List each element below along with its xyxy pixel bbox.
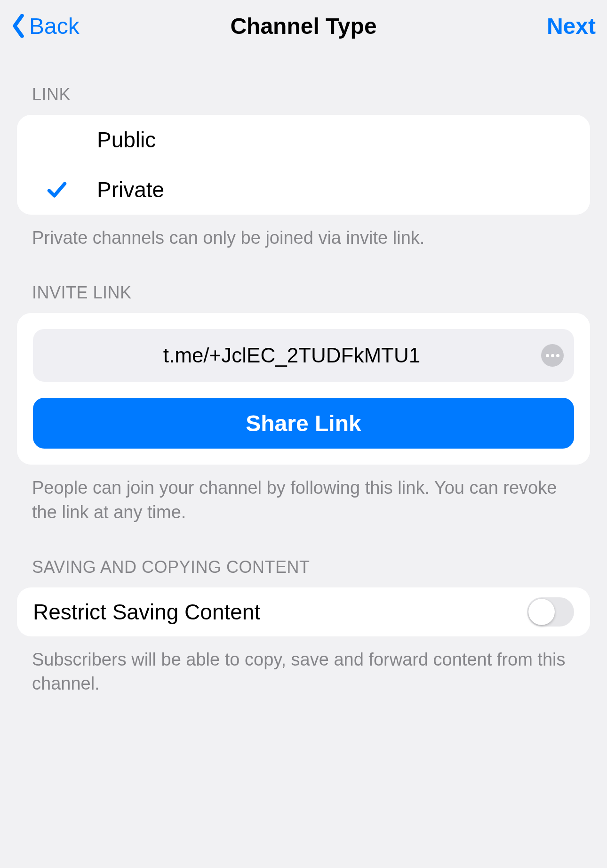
checkmark-icon (47, 179, 67, 200)
next-button[interactable]: Next (547, 13, 596, 39)
ellipsis-icon (546, 354, 559, 357)
invite-link-group: t.me/+JclEC_2TUDFkMTU1 Share Link (17, 313, 590, 465)
invite-link-more-button[interactable] (541, 344, 564, 367)
chevron-left-icon (11, 14, 25, 38)
link-type-group: Public Private (17, 115, 590, 215)
navbar: Back Channel Type Next (0, 0, 607, 52)
share-link-button[interactable]: Share Link (33, 398, 574, 449)
section-footer-link: Private channels can only be joined via … (0, 215, 607, 250)
back-button[interactable]: Back (11, 13, 80, 39)
invite-link-text: t.me/+JclEC_2TUDFkMTU1 (47, 344, 541, 367)
restrict-saving-label: Restrict Saving Content (33, 599, 260, 625)
page-title: Channel Type (0, 13, 607, 39)
section-footer-saving: Subscribers will be able to copy, save a… (0, 636, 607, 696)
section-footer-invite: People can join your channel by followin… (0, 465, 607, 524)
option-public-label: Public (97, 127, 156, 153)
invite-link-field[interactable]: t.me/+JclEC_2TUDFkMTU1 (33, 329, 574, 382)
option-private-label: Private (97, 177, 164, 202)
section-header-saving: SAVING AND COPYING CONTENT (0, 557, 607, 587)
restrict-saving-row[interactable]: Restrict Saving Content (33, 587, 574, 636)
saving-group: Restrict Saving Content (17, 587, 590, 636)
restrict-saving-toggle[interactable] (527, 597, 574, 627)
back-label: Back (29, 13, 80, 39)
option-private[interactable]: Private (17, 165, 590, 215)
toggle-knob (528, 599, 555, 625)
option-public[interactable]: Public (17, 115, 590, 165)
checkmark-private (17, 179, 97, 200)
section-header-link: LINK (0, 85, 607, 115)
section-header-invite: INVITE LINK (0, 283, 607, 313)
